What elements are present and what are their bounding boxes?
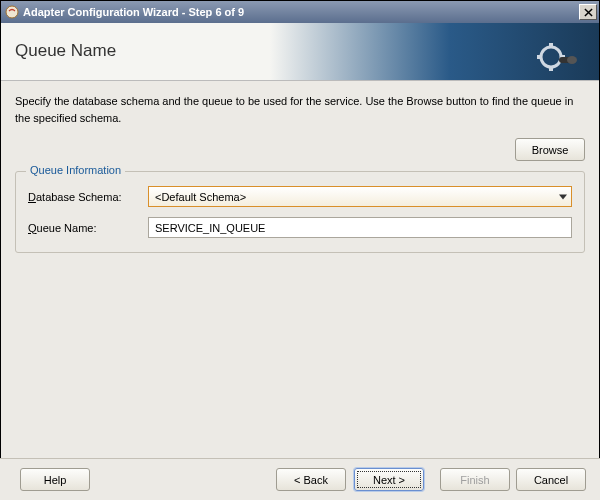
browse-button-label: Browse (532, 144, 569, 156)
finish-button-label: Finish (460, 474, 489, 486)
cancel-button-label: Cancel (534, 474, 568, 486)
svg-rect-3 (549, 66, 553, 71)
database-schema-label: Database Schema: (28, 191, 148, 203)
svg-point-7 (567, 56, 577, 64)
queue-name-input[interactable] (148, 217, 572, 238)
cancel-button[interactable]: Cancel (516, 468, 586, 491)
svg-rect-2 (549, 43, 553, 48)
svg-rect-4 (537, 55, 542, 59)
content-area: Specify the database schema and the queu… (1, 81, 599, 253)
gear-icon (537, 39, 577, 79)
browse-button[interactable]: Browse (515, 138, 585, 161)
database-schema-combo[interactable]: <Default Schema> (148, 186, 572, 207)
help-button[interactable]: Help (20, 468, 90, 491)
group-legend: Queue Information (26, 164, 125, 176)
instructions-text: Specify the database schema and the queu… (15, 93, 585, 126)
back-button-label: < Back (294, 474, 328, 486)
close-button[interactable] (579, 4, 597, 20)
svg-point-0 (6, 6, 18, 18)
database-schema-value: <Default Schema> (155, 191, 246, 203)
back-button[interactable]: < Back (276, 468, 346, 491)
page-title: Queue Name (15, 41, 116, 61)
next-button-label: Next > (373, 474, 405, 486)
app-icon (5, 5, 19, 19)
queue-name-label: Queue Name: (28, 222, 148, 234)
help-button-label: Help (44, 474, 67, 486)
wizard-footer: Help < Back Next > Finish Cancel (0, 458, 600, 500)
window-title: Adapter Configuration Wizard - Step 6 of… (23, 6, 579, 18)
title-bar: Adapter Configuration Wizard - Step 6 of… (1, 1, 599, 23)
chevron-down-icon (559, 194, 567, 199)
wizard-banner: Queue Name (1, 23, 599, 81)
next-button[interactable]: Next > (354, 468, 424, 491)
queue-information-group: Queue Information Database Schema: <Defa… (15, 171, 585, 253)
finish-button: Finish (440, 468, 510, 491)
svg-point-1 (541, 47, 561, 67)
